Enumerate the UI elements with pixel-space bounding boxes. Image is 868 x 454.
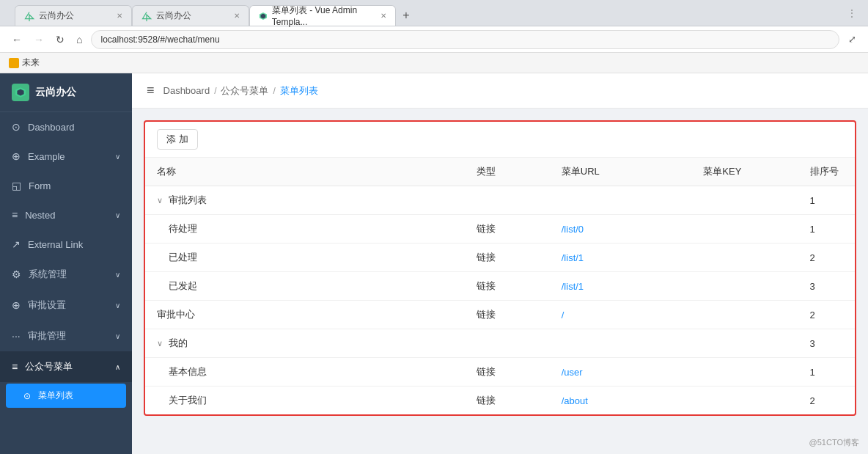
cell-audit-list-url [550, 186, 692, 215]
dashboard-icon: ⊙ [12, 121, 21, 133]
chevron-down-icon-5: ∨ [115, 332, 120, 340]
cell-processed-sort: 2 [798, 244, 855, 272]
tab-2[interactable]: 云尚办公 ✕ [132, 5, 249, 26]
cell-audit-list-key [691, 186, 798, 215]
expand-icon-my[interactable]: ∨ [157, 339, 163, 348]
back-button[interactable]: ← [9, 32, 25, 47]
share-button[interactable]: ⤢ [845, 32, 859, 46]
cell-initiated-sort: 3 [798, 272, 855, 301]
breadcrumb-wechat-menu[interactable]: 公众号菜单 [221, 84, 268, 98]
cell-audit-center-type: 链接 [465, 301, 550, 329]
sidebar-item-dashboard[interactable]: ⊙ Dashboard [0, 112, 132, 142]
tab1-logo [24, 11, 34, 21]
logo-icon [12, 84, 29, 101]
expand-icon[interactable]: ∨ [157, 196, 163, 205]
col-header-type: 类型 [465, 158, 550, 186]
logo-text: 云尚办公 [35, 86, 76, 99]
sidebar-item-label: Nested [25, 210, 55, 221]
col-header-sort: 排序号 [798, 158, 855, 186]
wechat-menu-icon: ≡ [12, 361, 18, 373]
cell-initiated-key [691, 272, 798, 301]
sidebar-item-example[interactable]: ⊕ Example ∨ [0, 142, 132, 171]
tab-bar: 云尚办公 ✕ 云尚办公 ✕ 菜单列表 - Vue Admin Templa...… [15, 0, 845, 26]
sidebar: 云尚办公 ⊙ Dashboard ⊕ Example ∨ ◱ Form ≡ Ne… [0, 73, 132, 454]
settings-icon: ⚙ [12, 268, 21, 280]
external-link-icon: ↗ [12, 238, 21, 250]
sidebar-item-form[interactable]: ◱ Form [0, 171, 132, 200]
breadcrumb-sep-2: / [273, 86, 275, 96]
cell-basic-info-sort: 1 [798, 358, 855, 387]
sidebar-item-label: Dashboard [28, 122, 75, 133]
table-container: 添 加 名称 类型 菜单URL 菜单KEY 排序号 [144, 120, 856, 416]
sidebar-item-label: 审批管理 [28, 329, 66, 343]
nested-icon: ≡ [12, 209, 18, 221]
cell-my-sort: 3 [798, 329, 855, 358]
bookmark-bar: 未来 [0, 53, 868, 73]
cell-processed-name: 已处理 [145, 244, 465, 272]
browser-menu[interactable]: ⋮ [847, 8, 862, 18]
sidebar-item-label: 系统管理 [29, 268, 67, 281]
tab3-close[interactable]: ✕ [380, 12, 386, 20]
chevron-down-icon-2: ∨ [115, 211, 120, 219]
tab-1[interactable]: 云尚办公 ✕ [15, 5, 132, 26]
cell-basic-info-name: 基本信息 [145, 358, 465, 387]
tab2-label: 云尚办公 [156, 10, 191, 22]
address-input[interactable] [91, 30, 839, 49]
cell-pending-key [691, 215, 798, 244]
tab1-label: 云尚办公 [39, 10, 74, 22]
sidebar-subitem-menu-list[interactable]: ⊙ 菜单列表 [6, 384, 126, 408]
tab-3[interactable]: 菜单列表 - Vue Admin Templa... ✕ [249, 5, 396, 26]
cell-audit-center-url: / [550, 301, 692, 329]
cell-audit-list-sort: 1 [798, 186, 855, 215]
page-body: 添 加 名称 类型 菜单URL 菜单KEY 排序号 [132, 109, 868, 454]
refresh-button[interactable]: ↻ [53, 32, 67, 47]
sidebar-item-label: 审批设置 [28, 299, 66, 312]
col-header-url: 菜单URL [550, 158, 692, 186]
app-layout: 云尚办公 ⊙ Dashboard ⊕ Example ∨ ◱ Form ≡ Ne… [0, 73, 868, 454]
cell-about-key [691, 387, 798, 415]
hamburger-button[interactable]: ≡ [147, 83, 155, 98]
cell-about-sort: 2 [798, 387, 855, 415]
col-header-key: 菜单KEY [691, 158, 798, 186]
tab1-close[interactable]: ✕ [117, 12, 122, 20]
sidebar-item-label: External Link [28, 239, 83, 250]
bookmark-item[interactable]: 未来 [9, 56, 40, 69]
chevron-down-icon: ∨ [115, 153, 120, 161]
cell-initiated-name: 已发起 [145, 272, 465, 301]
sidebar-item-system[interactable]: ⚙ 系统管理 ∨ [0, 259, 132, 290]
row-name: 审批列表 [169, 194, 207, 205]
forward-button[interactable]: → [31, 32, 47, 47]
cell-about-type: 链接 [465, 387, 550, 415]
cell-audit-list-type [465, 186, 550, 215]
bookmark-icon [9, 58, 19, 68]
sidebar-item-approval-settings[interactable]: ⊕ 审批设置 ∨ [0, 290, 132, 321]
sidebar-item-wechat-menu[interactable]: ≡ 公众号菜单 ∧ [0, 351, 132, 382]
sidebar-subitem-label: 菜单列表 [38, 389, 73, 402]
cell-audit-center-sort: 2 [798, 301, 855, 329]
cell-initiated-url: /list/1 [550, 272, 692, 301]
cell-pending-name: 待处理 [145, 215, 465, 244]
breadcrumb-dashboard[interactable]: Dashboard [163, 85, 210, 96]
sidebar-item-approval-mgmt[interactable]: ··· 审批管理 ∨ [0, 321, 132, 351]
cell-my-url [550, 329, 692, 358]
add-button[interactable]: 添 加 [157, 129, 198, 150]
new-tab-button[interactable]: + [396, 5, 416, 26]
cell-my-type [465, 329, 550, 358]
home-button[interactable]: ⌂ [73, 32, 85, 47]
cell-audit-center-name: 审批中心 [145, 301, 465, 329]
breadcrumb: Dashboard / 公众号菜单 / 菜单列表 [163, 84, 318, 98]
tab2-close[interactable]: ✕ [234, 12, 240, 20]
row-name: 我的 [169, 337, 188, 348]
bookmark-label: 未来 [22, 56, 40, 69]
address-bar: ← → ↻ ⌂ ⤢ [0, 26, 868, 53]
table-row: 待处理 链接 /list/0 1 [145, 215, 855, 244]
sidebar-item-external[interactable]: ↗ External Link [0, 230, 132, 259]
main-content: ≡ Dashboard / 公众号菜单 / 菜单列表 添 加 [132, 73, 868, 454]
cell-audit-list-name: ∨ 审批列表 [145, 186, 465, 215]
tab3-label: 菜单列表 - Vue Admin Templa... [272, 4, 376, 27]
watermark: @51CTO博客 [809, 437, 859, 448]
chevron-up-icon: ∧ [115, 363, 120, 371]
approval-mgmt-icon: ··· [12, 330, 21, 342]
table-body: ∨ 审批列表 1 待处理 链接 /list/0 [145, 186, 855, 415]
sidebar-item-nested[interactable]: ≡ Nested ∨ [0, 200, 132, 230]
